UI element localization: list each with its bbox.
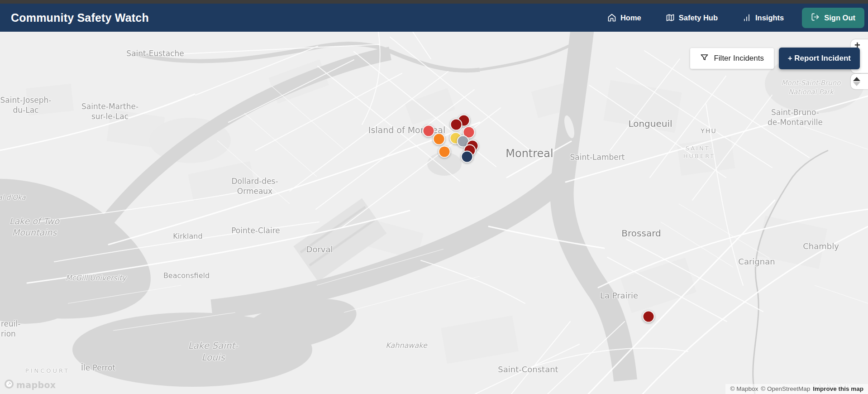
map-canvas[interactable]: Saint-EustacheSaint-Joseph- du-LacSainte… — [0, 32, 868, 394]
filter-incidents-label: Filter Incidents — [714, 54, 764, 63]
bar-chart-icon — [742, 13, 751, 22]
nav-label: Insights — [755, 14, 784, 22]
incident-marker[interactable] — [461, 151, 473, 163]
filter-incidents-button[interactable]: Filter Incidents — [690, 48, 774, 69]
report-incident-button[interactable]: + Report Incident — [779, 48, 860, 69]
sign-out-icon — [811, 13, 820, 23]
attribution-osm-link[interactable]: © OpenStreetMap — [761, 385, 810, 392]
nav-label: Home — [620, 14, 641, 22]
incident-marker[interactable] — [423, 125, 435, 137]
map-icon — [666, 13, 675, 22]
map-attribution: © Mapbox © OpenStreetMap Improve this ma… — [725, 384, 868, 394]
incident-marker[interactable] — [439, 146, 451, 158]
arrow-down-icon[interactable] — [853, 82, 860, 86]
nav-label: Safety Hub — [679, 14, 718, 22]
nav-item-insights[interactable]: Insights — [742, 13, 784, 22]
incident-marker[interactable] — [643, 311, 655, 323]
map-markers-layer — [0, 32, 868, 394]
nav-item-home[interactable]: Home — [607, 13, 641, 22]
mapbox-logo[interactable]: mapbox — [4, 379, 56, 391]
funnel-icon — [700, 53, 709, 64]
home-icon — [607, 13, 616, 22]
mapbox-wordmark: mapbox — [16, 380, 56, 390]
map-arrow-control[interactable] — [851, 74, 868, 89]
arrow-up-icon[interactable] — [853, 77, 860, 81]
main-nav: Home Safety Hub Insights — [607, 13, 784, 22]
app-title: Community Safety Watch — [11, 11, 149, 24]
incident-marker[interactable] — [450, 119, 463, 131]
mapbox-logo-icon — [4, 379, 14, 391]
incident-marker[interactable] — [433, 133, 445, 145]
improve-this-map-link[interactable]: Improve this map — [813, 385, 863, 392]
app-header: Community Safety Watch Home Safety Hub I… — [0, 4, 868, 32]
attribution-mapbox-link[interactable]: © Mapbox — [730, 385, 758, 392]
report-incident-label: + Report Incident — [788, 54, 851, 63]
sign-out-button[interactable]: Sign Out — [802, 8, 864, 28]
chrome-strip — [0, 0, 868, 4]
app-window: Community Safety Watch Home Safety Hub I… — [0, 0, 868, 394]
sign-out-label: Sign Out — [824, 14, 855, 22]
nav-item-safety-hub[interactable]: Safety Hub — [666, 13, 718, 22]
